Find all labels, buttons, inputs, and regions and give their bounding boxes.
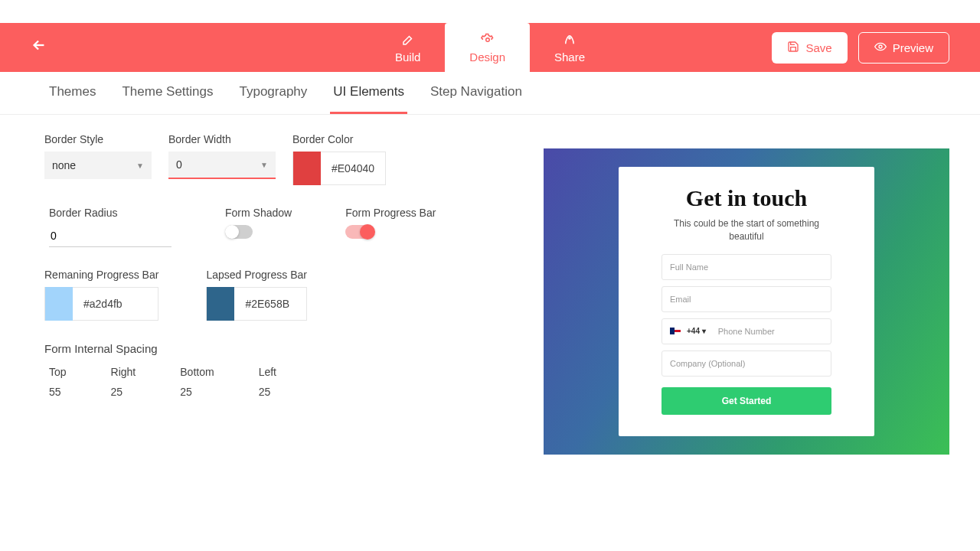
tab-label: Design <box>469 51 505 64</box>
tab-design[interactable]: Design <box>445 23 530 72</box>
form-subtitle: This could be the start of something bea… <box>670 217 823 243</box>
flag-icon <box>670 328 681 334</box>
spacing-title: Form Internal Spacing <box>44 342 521 355</box>
border-color-label: Border Color <box>292 133 386 145</box>
company-field[interactable]: Company (Optional) <box>662 350 831 377</box>
border-width-select[interactable]: 0 ▼ <box>168 152 276 179</box>
color-swatch <box>207 287 234 321</box>
preview-pane: Get in touch This could be the start of … <box>544 133 949 455</box>
save-label: Save <box>805 41 831 54</box>
remaining-bar-label: Remaning Progress Bar <box>44 269 158 281</box>
form-progress-label: Form Progress Bar <box>345 207 436 219</box>
svg-point-1 <box>569 37 570 38</box>
border-width-label: Border Width <box>168 133 276 145</box>
form-preview: Get in touch This could be the start of … <box>544 148 949 455</box>
eye-icon <box>874 41 887 55</box>
color-swatch <box>293 152 321 185</box>
form-shadow-label: Form Shadow <box>225 207 292 219</box>
lapsed-bar-label: Lapsed Progress Bar <box>206 269 307 281</box>
tab-build[interactable]: Build <box>371 23 445 72</box>
border-style-label: Border Style <box>44 133 152 145</box>
spacing-bottom-label: Bottom <box>180 366 214 378</box>
remaining-bar-picker[interactable]: #a2d4fb <box>44 287 158 321</box>
save-button[interactable]: Save <box>772 32 847 64</box>
lapsed-bar-picker[interactable]: #2E658B <box>206 287 307 321</box>
subnav-theme-settings[interactable]: Theme Settings <box>119 84 216 114</box>
spacing-bottom-value[interactable]: 25 <box>180 386 214 398</box>
top-tabs: Build Design Share <box>371 23 609 72</box>
preview-label: Preview <box>893 41 933 54</box>
chevron-down-icon: ▼ <box>136 161 144 170</box>
top-bar: Build Design Share Save Preview <box>0 23 980 72</box>
full-name-field[interactable]: Full Name <box>662 254 831 280</box>
chevron-down-icon: ▼ <box>260 161 268 169</box>
subnav-themes[interactable]: Themes <box>46 84 99 114</box>
preview-button[interactable]: Preview <box>858 32 949 64</box>
border-color-picker[interactable]: #E04040 <box>292 152 386 185</box>
gear-icon <box>480 32 495 47</box>
spacing-top-label: Top <box>49 366 67 378</box>
tab-share[interactable]: Share <box>530 23 609 72</box>
spacing-left-value[interactable]: 25 <box>259 386 276 398</box>
spacing-left-label: Left <box>259 366 276 378</box>
subnav-step-navigation[interactable]: Step Navigation <box>427 84 525 114</box>
subnav-ui-elements[interactable]: UI Elements <box>330 84 407 114</box>
email-field[interactable]: Email <box>662 286 831 312</box>
back-button[interactable] <box>31 37 47 58</box>
border-radius-label: Border Radius <box>49 207 172 219</box>
form-progress-toggle[interactable] <box>345 225 373 239</box>
form-card: Get in touch This could be the start of … <box>619 167 874 436</box>
get-started-button[interactable]: Get Started <box>662 387 831 415</box>
settings-panel: Border Style none ▼ Border Width 0 ▼ Bor… <box>44 133 521 455</box>
dial-code[interactable]: +44 ▾ <box>687 327 706 335</box>
spacing-right-value[interactable]: 25 <box>111 386 136 398</box>
svg-point-2 <box>879 45 882 48</box>
sub-nav: Themes Theme Settings Typography UI Elem… <box>0 72 980 115</box>
edit-icon <box>400 32 416 47</box>
border-style-select[interactable]: none ▼ <box>44 152 152 179</box>
phone-field[interactable]: +44 ▾ Phone Number <box>662 318 831 344</box>
subnav-typography[interactable]: Typography <box>236 84 310 114</box>
svg-point-0 <box>485 37 489 41</box>
form-shadow-toggle[interactable] <box>225 225 253 239</box>
spacing-row: Top55 Right25 Bottom25 Left25 <box>44 366 521 398</box>
tab-label: Share <box>554 51 585 64</box>
rocket-icon <box>562 32 577 47</box>
spacing-right-label: Right <box>111 366 136 378</box>
spacing-top-value[interactable]: 55 <box>49 386 67 398</box>
save-icon <box>787 41 799 55</box>
color-swatch <box>45 287 73 321</box>
top-actions: Save Preview <box>772 32 949 64</box>
form-title: Get in touch <box>686 185 807 211</box>
tab-label: Build <box>395 51 420 64</box>
border-radius-input[interactable] <box>49 225 172 247</box>
